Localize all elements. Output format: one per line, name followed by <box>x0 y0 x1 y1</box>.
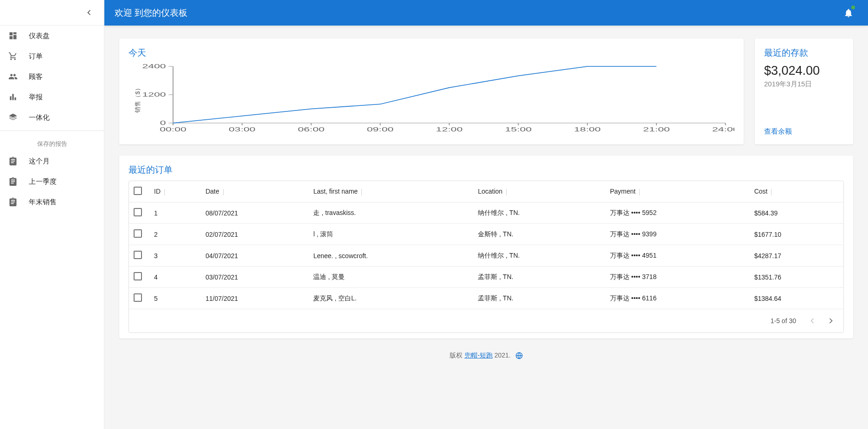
svg-text:12:00: 12:00 <box>436 126 463 133</box>
cell-name: 温迪 , 莫曼 <box>309 266 473 288</box>
copyright-post: 2021. <box>493 351 511 359</box>
row-checkbox[interactable] <box>134 251 142 259</box>
chart-title: 今天 <box>129 47 734 59</box>
svg-rect-3 <box>10 36 13 39</box>
sidebar-item-label: 仪表盘 <box>29 32 50 40</box>
sidebar-toolbar <box>0 0 104 26</box>
row-checkbox[interactable] <box>134 272 142 280</box>
cell-payment: 万事达 •••• 3718 <box>605 266 750 288</box>
col-date[interactable]: Date <box>201 181 309 202</box>
cell-location: 孟菲斯 , TN. <box>473 288 605 309</box>
col-id[interactable]: ID <box>149 181 201 202</box>
svg-text:0: 0 <box>160 120 166 126</box>
deposit-date: 2019年3月15日 <box>764 80 844 89</box>
svg-rect-2 <box>13 35 17 39</box>
sidebar-item-dashboard[interactable]: 仪表盘 <box>0 26 104 46</box>
cell-payment: 万事达 •••• 4951 <box>605 245 750 266</box>
chevron-left-icon <box>808 316 817 325</box>
chevron-right-icon <box>826 316 836 325</box>
sidebar-item-customers[interactable]: 顾客 <box>0 66 104 87</box>
cell-payment: 万事达 •••• 5952 <box>605 202 750 224</box>
y-axis-label: 销售（$） <box>134 85 142 112</box>
svg-text:03:00: 03:00 <box>229 126 256 133</box>
col-name[interactable]: Last, first name <box>309 181 473 202</box>
footer-link[interactable]: 兜帽-短跑 <box>464 351 493 359</box>
row-checkbox[interactable] <box>134 293 142 302</box>
cell-id: 3 <box>149 245 201 266</box>
sidebar-item-year-end[interactable]: 年末销售 <box>0 192 104 212</box>
row-checkbox[interactable] <box>134 208 142 216</box>
svg-text:21:00: 21:00 <box>643 126 670 133</box>
deposit-amount: $3,024.00 <box>764 64 844 78</box>
svg-rect-0 <box>10 32 13 36</box>
table-row[interactable]: 202/07/2021l , 滚筒金斯特 , TN.万事达 •••• 9399$… <box>129 224 843 245</box>
sidebar-item-integrations[interactable]: 一体化 <box>0 107 104 128</box>
svg-rect-1 <box>13 32 17 34</box>
table-row[interactable]: 108/07/2021走 , travaskiss.纳什维尔 , TN.万事达 … <box>129 202 843 224</box>
globe-icon <box>515 352 523 359</box>
cell-id: 4 <box>149 266 201 288</box>
footer: 版权 兜帽-短跑 2021. <box>119 338 853 365</box>
pagination-text: 1-5 of 30 <box>771 317 796 325</box>
select-all-checkbox[interactable] <box>134 187 142 195</box>
prev-page-button[interactable] <box>804 313 820 329</box>
sidebar-item-reports[interactable]: 举报 <box>0 87 104 107</box>
dashboard-icon <box>7 30 19 41</box>
copyright-pre: 版权 <box>450 351 464 359</box>
sidebar: 仪表盘 订单 顾客 举报 一体化 保存的报告 这个月 <box>0 0 104 429</box>
next-page-button[interactable] <box>823 313 839 329</box>
table-row[interactable]: 511/07/2021麦克风 , 空白L.孟菲斯 , TN.万事达 •••• 6… <box>129 288 843 309</box>
cell-name: 麦克风 , 空白L. <box>309 288 473 309</box>
col-location[interactable]: Location <box>473 181 605 202</box>
orders-table: ID Date Last, first name Location Paymen… <box>129 181 843 309</box>
col-cost[interactable]: Cost <box>750 181 843 202</box>
cell-name: l , 滚筒 <box>309 224 473 245</box>
cell-location: 金斯特 , TN. <box>473 224 605 245</box>
row-checkbox[interactable] <box>134 229 142 238</box>
chart: 销售（$） 01200240000:0003:0006:0009:0012:00… <box>129 62 734 136</box>
deposit-title: 最近的存款 <box>764 47 844 59</box>
bar-chart-icon <box>7 91 19 103</box>
sidebar-item-label: 举报 <box>29 93 43 102</box>
divider <box>0 130 104 131</box>
cell-date: 04/07/2021 <box>201 245 309 266</box>
sidebar-item-last-quarter[interactable]: 上一季度 <box>0 171 104 192</box>
sidebar-subheader: 保存的报告 <box>0 134 104 151</box>
table-header-row: ID Date Last, first name Location Paymen… <box>129 181 843 202</box>
main: 今天 销售（$） 01200240000:0003:0006:0009:0012… <box>104 26 868 429</box>
chevron-left-icon <box>84 8 94 17</box>
language-button[interactable] <box>515 352 523 359</box>
layers-icon <box>7 112 19 123</box>
svg-text:09:00: 09:00 <box>367 126 394 133</box>
cell-date: 08/07/2021 <box>201 202 309 224</box>
view-balance-link[interactable]: 查看余额 <box>764 127 844 136</box>
cart-icon <box>7 51 19 62</box>
cell-name: Lenee. , scowcroft. <box>309 245 473 266</box>
assignment-icon <box>7 176 19 187</box>
sidebar-item-orders[interactable]: 订单 <box>0 46 104 66</box>
orders-table-wrap: ID Date Last, first name Location Paymen… <box>129 181 844 333</box>
svg-text:1200: 1200 <box>142 91 166 98</box>
notification-dot-icon <box>851 6 855 9</box>
col-payment[interactable]: Payment <box>605 181 750 202</box>
cell-cost: $1351.76 <box>750 266 843 288</box>
cell-cost: $4287.17 <box>750 245 843 266</box>
cell-location: 纳什维尔 , TN. <box>473 202 605 224</box>
assignment-icon <box>7 196 19 208</box>
notifications-button[interactable] <box>839 4 858 22</box>
bell-icon <box>843 8 854 18</box>
table-row[interactable]: 304/07/2021Lenee. , scowcroft.纳什维尔 , TN.… <box>129 245 843 266</box>
sidebar-item-label: 顾客 <box>29 72 43 81</box>
cell-date: 02/07/2021 <box>201 224 309 245</box>
cell-cost: $584.39 <box>750 202 843 224</box>
cell-location: 孟菲斯 , TN. <box>473 266 605 288</box>
collapse-sidebar-button[interactable] <box>80 3 98 22</box>
svg-rect-5 <box>12 94 13 100</box>
sidebar-item-this-month[interactable]: 这个月 <box>0 151 104 171</box>
svg-text:18:00: 18:00 <box>574 126 601 133</box>
cell-location: 纳什维尔 , TN. <box>473 245 605 266</box>
table-footer: 1-5 of 30 <box>129 309 843 332</box>
table-row[interactable]: 403/07/2021温迪 , 莫曼孟菲斯 , TN.万事达 •••• 3718… <box>129 266 843 288</box>
sidebar-item-label: 年末销售 <box>29 198 57 207</box>
sidebar-saved-reports: 这个月 上一季度 年末销售 <box>0 151 104 212</box>
